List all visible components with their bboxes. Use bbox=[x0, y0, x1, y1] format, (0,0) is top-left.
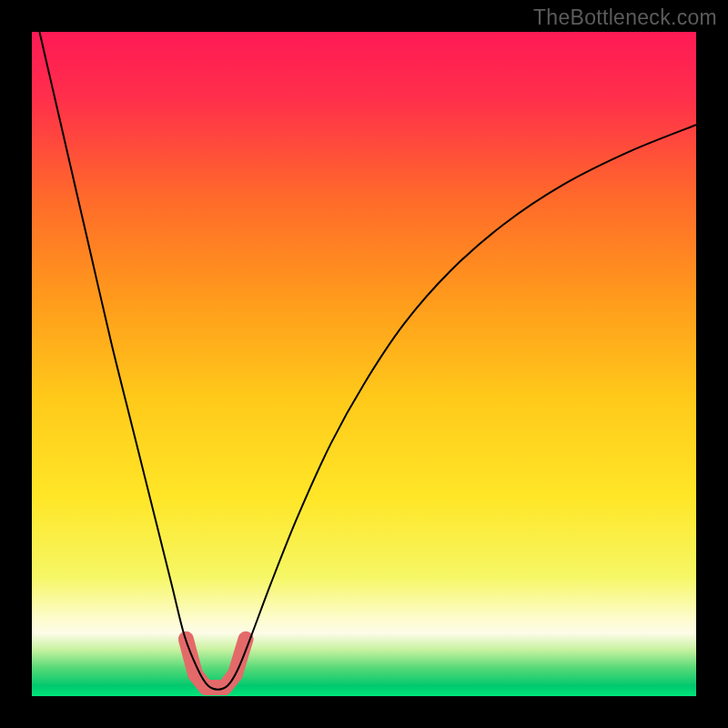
chart-svg bbox=[32, 32, 696, 696]
gradient-background bbox=[32, 32, 696, 696]
plot-area bbox=[32, 32, 696, 696]
watermark-text: TheBottleneck.com bbox=[533, 5, 717, 30]
chart-frame: TheBottleneck.com bbox=[0, 0, 728, 728]
